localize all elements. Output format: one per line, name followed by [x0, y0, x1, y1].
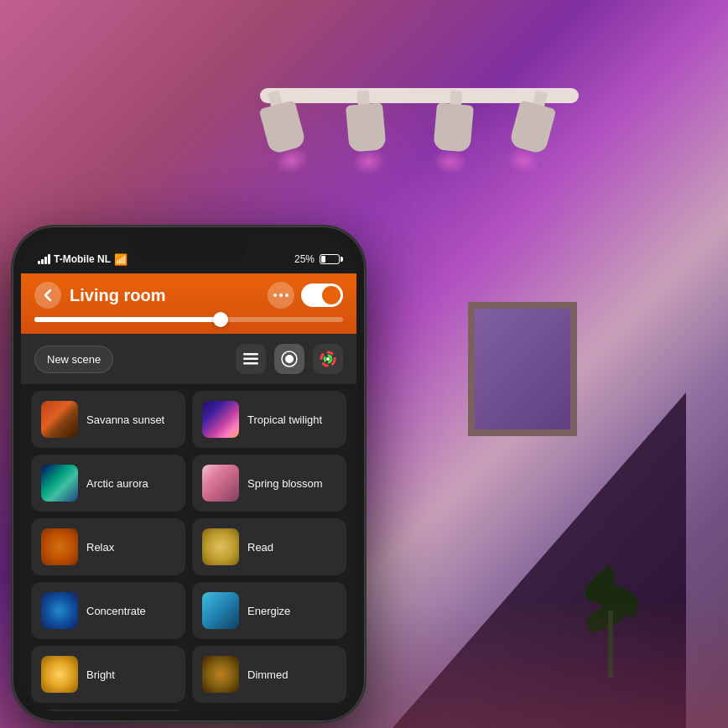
- phone-notch: [130, 237, 247, 260]
- status-right: 25%: [294, 253, 340, 265]
- scene-name-relax: Relax: [86, 541, 114, 554]
- scene-card-relax[interactable]: Relax: [31, 518, 185, 575]
- scene-card-energize[interactable]: Energize: [192, 582, 346, 639]
- scene-thumb-read: [202, 528, 239, 565]
- battery-icon: [320, 254, 340, 264]
- svg-rect-1: [243, 358, 258, 361]
- scene-icon-concentrate: [41, 592, 78, 629]
- new-scene-button[interactable]: New scene: [34, 346, 113, 373]
- dot-1: [273, 294, 277, 297]
- scene-icon-energize: [202, 592, 239, 629]
- header-top: Living room: [34, 282, 343, 309]
- scene-icon-savanna-sunset: [41, 401, 78, 438]
- scene-thumb-relax: [41, 528, 78, 565]
- scene-controls-bar: New scene: [21, 334, 356, 384]
- phone-shell: T-Mobile NL 📶 09:23 25%: [13, 226, 365, 721]
- dot-2: [279, 294, 283, 297]
- dot-3: [285, 294, 289, 297]
- scene-thumb-tropical-twilight: [202, 401, 239, 438]
- palette-icon: [281, 351, 298, 367]
- scene-card-dimmed[interactable]: Dimmed: [192, 646, 346, 703]
- scene-name-energize: Energize: [247, 605, 290, 617]
- battery-percent: 25%: [294, 253, 315, 265]
- more-button[interactable]: [268, 282, 294, 309]
- svg-rect-0: [243, 353, 258, 356]
- scene-icon-spring-blossom: [202, 465, 239, 502]
- color-wheel-icon: [320, 351, 336, 367]
- scene-card-arctic-aurora[interactable]: Arctic aurora: [31, 455, 185, 512]
- scene-card-savanna-sunset[interactable]: Savanna sunset: [31, 391, 185, 448]
- scene-thumb-arctic-aurora: [41, 465, 78, 502]
- scene-thumb-bright: [41, 656, 78, 693]
- palette-view-button[interactable]: [274, 344, 304, 374]
- app-header: Living room: [21, 273, 356, 334]
- scene-thumb-energize: [202, 592, 239, 629]
- list-view-button[interactable]: [236, 344, 266, 374]
- spotlight-2: [341, 89, 391, 159]
- scene-icon-relax: [41, 528, 78, 565]
- scene-icon-dimmed: [202, 656, 239, 693]
- ceiling-fixture: [235, 34, 604, 226]
- scene-icon-arctic-aurora: [41, 465, 78, 502]
- scene-thumb-spring-blossom: [202, 465, 239, 502]
- brightness-fill: [34, 317, 220, 322]
- scene-name-read: Read: [247, 541, 273, 554]
- view-icon-group: [236, 344, 343, 374]
- scene-card-read[interactable]: Read: [192, 518, 346, 575]
- svg-point-4: [285, 355, 294, 363]
- wall-frame: [468, 302, 577, 436]
- battery-fill: [321, 256, 325, 263]
- scene-name-spring-blossom: Spring blossom: [247, 477, 323, 490]
- scene-name-savanna-sunset: Savanna sunset: [86, 413, 164, 426]
- brightness-slider[interactable]: [34, 317, 343, 322]
- scene-name-concentrate: Concentrate: [86, 605, 146, 617]
- back-chevron-icon: [44, 289, 52, 302]
- color-view-button[interactable]: [313, 344, 343, 374]
- list-icon: [243, 353, 258, 365]
- svg-rect-2: [243, 362, 258, 365]
- power-toggle[interactable]: [301, 283, 343, 307]
- room-title: Living room: [70, 286, 268, 305]
- brightness-thumb: [213, 312, 228, 327]
- scene-card-concentrate[interactable]: Concentrate: [31, 582, 185, 639]
- signal-bars: [38, 254, 50, 264]
- wifi-icon: 📶: [114, 253, 127, 266]
- phone-screen: T-Mobile NL 📶 09:23 25%: [21, 237, 356, 711]
- carrier-label: T-Mobile NL: [54, 253, 111, 265]
- back-button[interactable]: [34, 282, 61, 309]
- phone-device: T-Mobile NL 📶 09:23 25%: [13, 226, 365, 721]
- app-content: Living room New sce: [21, 273, 356, 711]
- scene-name-tropical-twilight: Tropical twilight: [247, 413, 322, 426]
- scene-icon-tropical-twilight: [202, 401, 239, 438]
- scene-thumb-savanna-sunset: [41, 401, 78, 438]
- scene-card-nightlight[interactable]: Nightlight: [31, 710, 185, 711]
- scene-thumb-dimmed: [202, 656, 239, 693]
- svg-point-7: [326, 357, 330, 361]
- scene-card-spring-blossom[interactable]: Spring blossom: [192, 455, 346, 512]
- scene-card-bright[interactable]: Bright: [31, 646, 185, 703]
- spotlight-3: [429, 89, 479, 159]
- status-left: T-Mobile NL 📶: [38, 253, 127, 266]
- scene-icon-read: [202, 528, 239, 565]
- scenes-grid: Savanna sunsetTropical twilightArctic au…: [21, 384, 356, 711]
- scene-thumb-concentrate: [41, 592, 78, 629]
- scene-name-arctic-aurora: Arctic aurora: [86, 477, 148, 490]
- scene-name-dimmed: Dimmed: [247, 668, 288, 681]
- scene-icon-bright: [41, 656, 78, 693]
- scene-name-bright: Bright: [86, 668, 115, 681]
- scene-card-tropical-twilight[interactable]: Tropical twilight: [192, 391, 346, 448]
